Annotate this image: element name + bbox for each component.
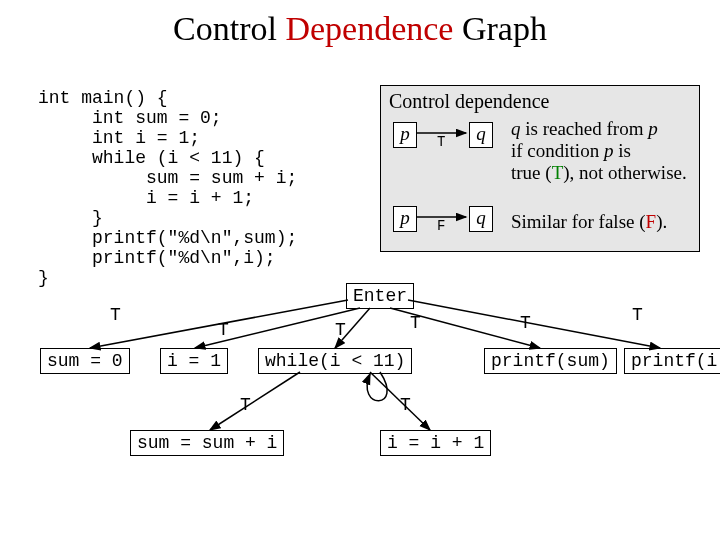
legend-p-box-2: p [393, 206, 417, 232]
title-word-3: Graph [453, 10, 546, 47]
edge-t-2: T [218, 320, 229, 340]
node-iadd: i = i + 1 [380, 430, 491, 456]
legend-text-2: Similar for false (F). [511, 211, 667, 233]
legend-f-label: F [437, 218, 445, 234]
edge-t-8: T [400, 395, 411, 415]
svg-line-7 [210, 372, 300, 430]
legend-title: Control dependence [389, 90, 550, 113]
legend-q-box-2: q [469, 206, 493, 232]
node-pi: printf(i) [624, 348, 720, 374]
node-sum0: sum = 0 [40, 348, 130, 374]
slide-title: Control Dependence Graph [0, 10, 720, 48]
node-sumadd: sum = sum + i [130, 430, 284, 456]
node-i1: i = 1 [160, 348, 228, 374]
legend-p-box-1: p [393, 122, 417, 148]
edge-t-7: T [240, 395, 251, 415]
title-word-1: Control [173, 10, 285, 47]
title-word-2: Dependence [285, 10, 453, 47]
edge-t-6: T [632, 305, 643, 325]
legend-t-label: T [437, 134, 445, 150]
node-while: while(i < 11) [258, 348, 412, 374]
node-psum: printf(sum) [484, 348, 617, 374]
edge-t-5: T [520, 313, 531, 333]
code-block: int main() { int sum = 0; int i = 1; whi… [38, 88, 297, 288]
edge-t-3: T [335, 320, 346, 340]
legend-q-box-1: q [469, 122, 493, 148]
node-enter: Enter [346, 283, 414, 309]
edge-t-1: T [110, 305, 121, 325]
svg-line-6 [408, 300, 660, 348]
edge-t-4: T [410, 313, 421, 333]
legend-text-1: q is reached from p if condition p is tr… [511, 118, 687, 184]
legend-box: Control dependence p q T p q F q is reac… [380, 85, 700, 252]
